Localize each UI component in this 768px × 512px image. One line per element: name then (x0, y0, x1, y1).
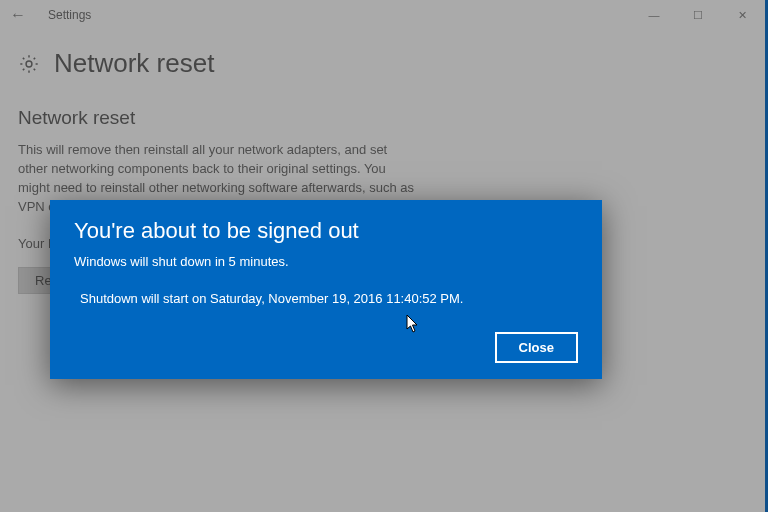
dialog-subtitle: Windows will shut down in 5 minutes. (74, 254, 578, 269)
dialog-detail: Shutdown will start on Saturday, Novembe… (74, 291, 578, 306)
minimize-icon: — (649, 9, 660, 21)
svg-point-0 (26, 61, 32, 67)
dialog-title: You're about to be signed out (74, 218, 578, 244)
window-title: Settings (48, 8, 91, 22)
close-icon: ✕ (738, 9, 747, 22)
minimize-button[interactable]: — (632, 1, 676, 29)
signout-dialog: You're about to be signed out Windows wi… (50, 200, 602, 379)
window-controls: — ☐ ✕ (632, 1, 764, 29)
page-title: Network reset (54, 48, 214, 79)
dialog-actions: Close (74, 332, 578, 363)
maximize-icon: ☐ (693, 9, 703, 22)
close-button[interactable]: Close (495, 332, 578, 363)
maximize-button[interactable]: ☐ (676, 1, 720, 29)
arrow-left-icon: ← (10, 6, 26, 24)
titlebar: ← Settings — ☐ ✕ (0, 0, 768, 30)
section-title: Network reset (18, 107, 750, 129)
close-window-button[interactable]: ✕ (720, 1, 764, 29)
back-button[interactable]: ← (4, 1, 32, 29)
gear-icon (18, 53, 40, 75)
page-header: Network reset (18, 48, 750, 79)
